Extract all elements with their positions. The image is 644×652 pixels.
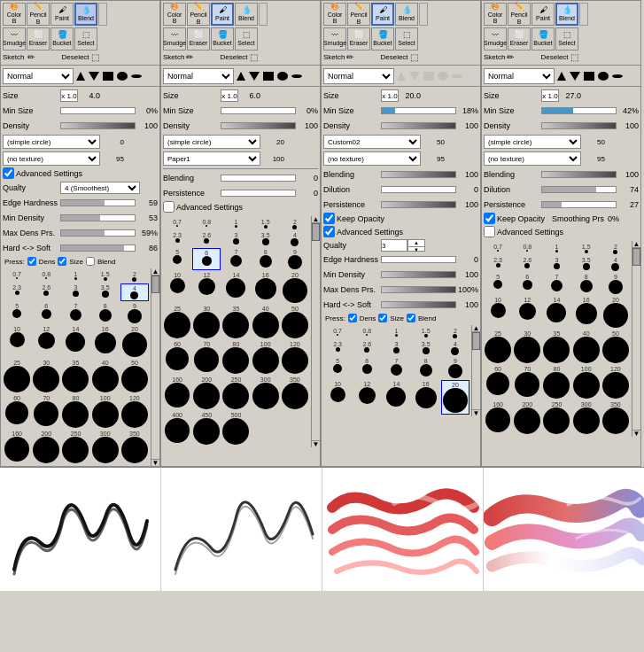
brush-cell-200[interactable]: 200 [192,376,221,410]
quality-select-1[interactable]: 4 (Smoothest) [60,182,140,194]
brush-cell-0.8[interactable]: 0.8 [192,218,221,230]
tool-eraser-2[interactable]: ⬜Eraser [187,27,210,50]
brush-cell-12[interactable]: 12 [513,296,541,329]
brush-cell-160[interactable]: 160 [3,430,31,464]
brush-cell-10[interactable]: 10 [323,380,352,415]
tool-smudge-4[interactable]: 〰Smudge [484,27,507,50]
brush-cell-25[interactable]: 25 [3,359,31,393]
scrollbar-3[interactable]: ▲ ▼ [471,325,480,416]
brush-cell-8[interactable]: 8 [91,302,120,324]
brushtype-select-3[interactable]: Custom02 [323,135,421,149]
brush-cell-14[interactable]: 14 [382,380,410,415]
maxdensprs-slider-1[interactable] [60,229,136,237]
brush-cell-60[interactable]: 60 [163,340,191,375]
tool-bucket-1[interactable]: 🪣Bucket [50,27,74,50]
brush-cell-9[interactable]: 9 [601,273,630,295]
shape-flat-2[interactable] [291,71,303,82]
tool-expand-1[interactable] [98,3,107,26]
brush-cell-1[interactable]: 1 [221,218,250,230]
scroll-up-3[interactable]: ▲ [472,325,480,332]
brush-cell-12[interactable]: 12 [32,325,60,358]
texture-select-4[interactable]: (no texture) [484,151,581,166]
brush-cell-1.5[interactable]: 1.5 [572,243,601,255]
texture-select-2[interactable]: Paper1 [163,151,260,166]
dilution-slider-3[interactable] [381,186,456,193]
scroll-thumb-2[interactable] [312,223,320,241]
scroll-down-3[interactable]: ▼ [472,409,480,416]
texture-select-3[interactable]: (no texture) [323,151,421,166]
brush-cell-80[interactable]: 80 [61,394,89,429]
shape-triangle-2[interactable] [236,71,246,82]
shape-rect-4[interactable] [583,71,595,82]
brush-cell-120[interactable]: 120 [601,365,630,400]
hardsoft-slider-1[interactable] [60,244,136,252]
brush-cell-500[interactable]: 500 [221,411,250,446]
tool-pencil-b-1[interactable]: ✏️PencilB [27,3,50,26]
scrollbar-1[interactable]: ▲ ▼ [151,268,159,466]
brush-cell-350[interactable]: 350 [601,400,630,435]
tool-paint-2[interactable]: 🖌Paint [211,3,234,26]
brush-cell-60[interactable]: 60 [484,365,512,400]
density-slider-4[interactable] [541,122,617,129]
shape-tri2-3[interactable] [408,71,421,82]
brush-cell-10[interactable]: 10 [163,271,191,304]
scroll-thumb-4[interactable] [632,248,640,266]
brush-cell-16[interactable]: 16 [412,380,440,415]
density-slider-3[interactable] [381,122,456,129]
brush-cell-30[interactable]: 30 [32,359,60,393]
advsettings-cb-2[interactable] [163,201,175,213]
minsize-slider-2[interactable] [221,107,296,114]
brush-cell-16[interactable]: 16 [572,296,601,329]
press-blend-cb-3[interactable] [407,314,415,322]
brush-cell-16[interactable]: 16 [91,325,120,358]
brush-cell-350[interactable]: 350 [120,430,149,464]
deselect-icon-4[interactable]: ⬚ [570,52,578,62]
press-size-cb-3[interactable] [378,314,387,322]
shape-flat-1[interactable] [130,71,143,82]
tool-select-2[interactable]: ⬚Select [235,27,258,50]
shape-round-2[interactable] [276,71,289,82]
tool-bucket-2[interactable]: 🪣Bucket [211,27,234,50]
persistence-slider-3[interactable] [381,201,456,208]
brush-cell-70[interactable]: 70 [513,365,541,400]
brush-cell-2[interactable]: 2 [441,327,469,339]
tool-pencil-b-4[interactable]: ✏️PencilB [508,3,531,26]
brush-cell-4[interactable]: 4 [120,283,149,301]
brush-cell-2.6[interactable]: 2.6 [32,283,60,301]
scroll-up-1[interactable]: ▲ [151,268,159,276]
brush-cell-40[interactable]: 40 [91,359,120,393]
brush-cell-3.5[interactable]: 3.5 [572,256,601,272]
brush-cell-3[interactable]: 3 [61,283,89,301]
shape-tri2-4[interactable] [569,71,581,82]
tool-select-4[interactable]: ⬚Select [555,27,578,50]
minsize-slider-3[interactable] [381,107,456,114]
press-dens-cb-1[interactable] [27,257,36,266]
brush-cell-5[interactable]: 5 [3,302,31,324]
brush-cell-2.6[interactable]: 2.6 [192,231,221,247]
brush-cell-60[interactable]: 60 [3,394,31,429]
scroll-up-2[interactable]: ▲ [312,216,320,223]
brush-cell-3[interactable]: 3 [382,340,410,356]
hardsoft-slider-3[interactable] [381,301,456,308]
tool-blend-4[interactable]: 💧Blend [555,3,578,26]
brush-cell-120[interactable]: 120 [120,394,149,429]
tool-eraser-4[interactable]: ⬜Eraser [508,27,531,50]
brush-cell-20[interactable]: 20 [441,380,469,415]
scroll-thumb-3[interactable] [472,332,480,350]
brush-cell-1.5[interactable]: 1.5 [91,270,120,283]
tool-pencil-b-2[interactable]: ✏️PencilB [187,3,210,26]
deselect-icon-1[interactable]: ⬚ [91,52,99,62]
brush-cell-9[interactable]: 9 [120,302,149,324]
brush-cell-200[interactable]: 200 [513,400,541,435]
tool-color-b-1[interactable]: 🎨ColorB [3,3,26,26]
scroll-thumb-1[interactable] [151,276,159,293]
tool-select-3[interactable]: ⬚Select [395,27,418,50]
brush-cell-16[interactable]: 16 [252,271,280,304]
brush-cell-250[interactable]: 250 [542,400,570,435]
brush-cell-4[interactable]: 4 [441,340,469,356]
brush-cell-25[interactable]: 25 [484,330,512,364]
maxdensprs-slider-3[interactable] [381,286,456,293]
mode-select-1[interactable]: Normal [3,68,74,84]
shape-round-1[interactable] [116,71,128,82]
brush-cell-12[interactable]: 12 [192,271,221,304]
